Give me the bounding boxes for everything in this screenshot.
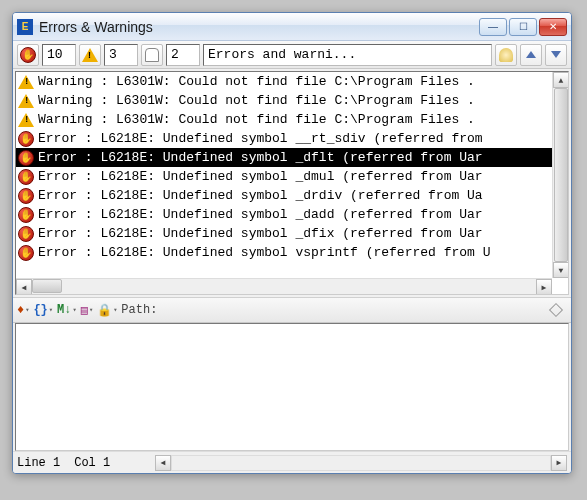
warning-icon [18,94,34,108]
message-row[interactable]: ✋Error : L6218E: Undefined symbol _dflt … [16,148,552,167]
status-scroll-right[interactable]: ▶ [551,455,567,471]
errors-filter-button[interactable]: ✋ [17,44,39,66]
message-row[interactable]: ✋Error : L6218E: Undefined symbol _dfix … [16,224,552,243]
message-row[interactable]: ✋Error : L6218E: Undefined symbol _dadd … [16,205,552,224]
stop-icon: ✋ [18,188,34,204]
warning-icon [18,75,34,89]
bell-icon [499,48,513,62]
message-row[interactable]: ✋Error : L6218E: Undefined symbol vsprin… [16,243,552,262]
vertical-scrollbar[interactable]: ▲ ▼ [552,72,568,278]
stop-icon: ✋ [18,169,34,185]
window-buttons: — ☐ ✕ [479,18,567,36]
status-scroll-left[interactable]: ◀ [155,455,171,471]
message-row[interactable]: ✋Error : L6218E: Undefined symbol _dmul … [16,167,552,186]
warning-icon [18,113,34,127]
titlebar: E Errors & Warnings — ☐ ✕ [13,13,571,41]
horizontal-scrollbar[interactable]: ◀ ▶ [16,278,552,294]
warning-icon [82,48,98,62]
message-text: Error : L6218E: Undefined symbol _dflt (… [38,150,483,165]
message-text: Warning : L6301W: Could not find file C:… [38,93,475,108]
fire-tool-button[interactable]: ♦▾ [17,303,29,317]
message-row[interactable]: Warning : L6301W: Could not find file C:… [16,110,552,129]
message-row[interactable]: Warning : L6301W: Could not find file C:… [16,91,552,110]
secondary-toolbar: ♦▾ {}▾ M↓▾ ▤▾ 🔒▾ Path: [13,297,571,323]
m-tool-button[interactable]: M↓▾ [57,303,77,317]
scroll-left-button[interactable]: ◀ [16,279,32,295]
status-line: Line 1 [17,456,60,470]
window-title: Errors & Warnings [39,19,479,35]
other-filter-button[interactable] [141,44,163,66]
warnings-filter-button[interactable] [79,44,101,66]
stop-icon: ✋ [18,226,34,242]
ghost-icon [145,48,159,62]
minimize-button[interactable]: — [479,18,507,36]
message-text: Warning : L6301W: Could not find file C:… [38,74,475,89]
doc-tool-button[interactable]: ▤▾ [81,303,93,318]
message-row[interactable]: ✋Error : L6218E: Undefined symbol __rt_s… [16,129,552,148]
message-row[interactable]: Warning : L6301W: Could not find file C:… [16,72,552,91]
next-button[interactable] [545,44,567,66]
message-row[interactable]: ✋Error : L6218E: Undefined symbol _drdiv… [16,186,552,205]
message-text: Error : L6218E: Undefined symbol _dadd (… [38,207,483,222]
message-text: Error : L6218E: Undefined symbol vsprint… [38,245,490,260]
message-list: Warning : L6301W: Could not find file C:… [15,71,569,295]
stop-icon: ✋ [20,47,36,63]
stop-icon: ✋ [18,245,34,261]
braces-tool-button[interactable]: {}▾ [33,303,53,317]
scroll-down-button[interactable]: ▼ [553,262,569,278]
message-text: Error : L6218E: Undefined symbol _dfix (… [38,226,483,241]
filter-toolbar: ✋ 10 3 2 Errors and warni... [13,41,571,69]
message-text: Error : L6218E: Undefined symbol __rt_sd… [38,131,483,146]
stop-icon: ✋ [18,207,34,223]
clear-button[interactable] [495,44,517,66]
warning-count: 3 [104,44,138,66]
lock-tool-button[interactable]: 🔒▾ [97,303,117,318]
stop-icon: ✋ [18,131,34,147]
other-count: 2 [166,44,200,66]
message-text: Warning : L6301W: Could not find file C:… [38,112,475,127]
maximize-button[interactable]: ☐ [509,18,537,36]
message-text: Error : L6218E: Undefined symbol _drdiv … [38,188,483,203]
scroll-up-button[interactable]: ▲ [553,72,569,88]
editor-area[interactable] [15,323,569,451]
error-count: 10 [42,44,76,66]
prev-button[interactable] [520,44,542,66]
errors-warnings-window: E Errors & Warnings — ☐ ✕ ✋ 10 3 2 Error… [12,12,572,474]
triangle-down-icon [551,51,561,58]
statusbar: Line 1 Col 1 ◀ ▶ [13,451,571,473]
scroll-right-button[interactable]: ▶ [536,279,552,295]
status-hscroll[interactable]: ◀ ▶ [155,455,567,471]
status-col: Col 1 [74,456,110,470]
stop-icon: ✋ [18,150,34,166]
message-text: Error : L6218E: Undefined symbol _dmul (… [38,169,483,184]
close-button[interactable]: ✕ [539,18,567,36]
triangle-up-icon [526,51,536,58]
path-label: Path: [121,303,157,317]
app-icon: E [17,19,33,35]
status-text: Errors and warni... [203,44,492,66]
diamond-icon [549,303,563,317]
